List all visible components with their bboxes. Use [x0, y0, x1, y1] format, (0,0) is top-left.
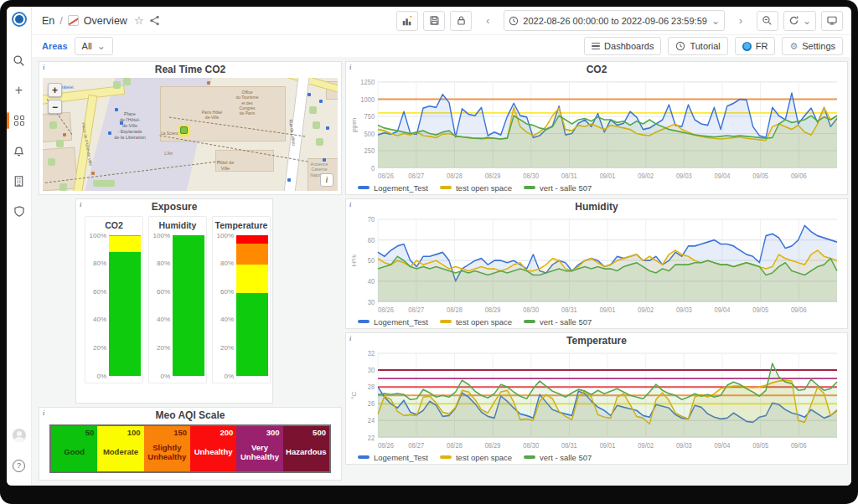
- aqi-cell-value: 200: [190, 426, 236, 437]
- svg-text:08/30: 08/30: [523, 172, 539, 180]
- svg-text:500: 500: [364, 130, 375, 138]
- gauge-segment: [236, 235, 268, 244]
- dashboards-grid-icon[interactable]: [10, 111, 28, 131]
- svg-text:09/05: 09/05: [752, 305, 768, 314]
- breadcrumb-separator: /: [59, 15, 62, 27]
- tutorial-button[interactable]: Tutorial: [668, 37, 727, 55]
- add-icon[interactable]: +: [10, 80, 28, 100]
- search-icon[interactable]: [10, 50, 28, 70]
- legend-series-name: Logement_Test: [374, 317, 428, 327]
- top-navbar: En / Overview ☆ ‹: [32, 7, 851, 35]
- humidity-chart-legend[interactable]: Logement_Testtest open spacevert - salle…: [346, 315, 847, 328]
- legend-item[interactable]: Logement_Test: [358, 183, 428, 193]
- legend-series-color: [524, 455, 535, 459]
- panel-temperature-chart: i Temperature 22242628303208/2608/2708/2…: [345, 332, 848, 465]
- svg-text:09/04: 09/04: [715, 172, 731, 180]
- help-icon[interactable]: ?: [10, 455, 28, 476]
- breadcrumb-page[interactable]: Overview: [84, 15, 127, 27]
- svg-text:08/26: 08/26: [378, 305, 394, 314]
- svg-text:32: 32: [368, 350, 375, 358]
- info-icon: i: [80, 200, 81, 208]
- panel-title[interactable]: Humidity: [346, 199, 847, 214]
- panel-info-corner[interactable]: [39, 62, 51, 74]
- chart-svg: 02505007501000125008/2608/2708/2808/2908…: [349, 77, 844, 181]
- legend-item[interactable]: test open space: [440, 453, 512, 462]
- language-globe-icon: [742, 42, 752, 51]
- legend-item[interactable]: Logement_Test: [358, 453, 428, 462]
- time-range-picker[interactable]: 2022-08-26 00:00:00 to 2022-09-06 23:59:…: [504, 10, 725, 31]
- refresh-button[interactable]: ⌄: [783, 11, 816, 31]
- user-avatar[interactable]: [10, 425, 28, 445]
- map-canvas[interactable]: Châtelet Place de l'Hôtel- de-Ville - Es…: [43, 78, 338, 191]
- lock-icon-button[interactable]: [450, 11, 472, 31]
- co2-chart-canvas[interactable]: 02505007501000125008/2608/2708/2808/2908…: [346, 77, 847, 181]
- zoom-out-time-button[interactable]: [757, 11, 778, 31]
- gauge-card: Humidity100%80%60%40%20%0%: [148, 216, 207, 383]
- panel-info-corner[interactable]: [39, 408, 51, 419]
- temperature-chart-legend[interactable]: Logement_Testtest open spacevert - salle…: [346, 450, 847, 464]
- map-attribution-button[interactable]: i: [320, 173, 333, 187]
- language-button[interactable]: FR: [735, 37, 776, 55]
- svg-text:09/03: 09/03: [676, 172, 692, 180]
- svg-text:1000: 1000: [360, 95, 375, 104]
- building-icon[interactable]: [10, 171, 28, 191]
- svg-text:08/29: 08/29: [485, 172, 501, 180]
- svg-text:70: 70: [368, 214, 375, 224]
- aqi-cell-label: Moderate: [97, 437, 143, 471]
- legend-item[interactable]: test open space: [440, 317, 512, 327]
- legend-item[interactable]: Logement_Test: [358, 317, 428, 327]
- panel-meo-aqi-scale: i Meo AQI Scale 50Good100Moderate150Slig…: [39, 407, 342, 481]
- map-zoom-out-button[interactable]: −: [48, 100, 62, 114]
- areas-variable-label[interactable]: Areas: [42, 41, 68, 51]
- breadcrumb-folder[interactable]: En: [42, 15, 54, 27]
- svg-text:09/01: 09/01: [600, 305, 616, 314]
- map-zoom-in-button[interactable]: +: [48, 83, 62, 97]
- panel-title[interactable]: Meo AQI Scale: [39, 408, 341, 423]
- alerts-bell-icon[interactable]: [10, 141, 28, 161]
- panel-title[interactable]: Temperature: [346, 333, 847, 348]
- shield-icon[interactable]: [10, 201, 28, 221]
- areas-value-dropdown[interactable]: All⌄: [75, 37, 113, 55]
- svg-text:08/29: 08/29: [485, 305, 501, 314]
- gauge-segment: [173, 235, 204, 376]
- dashboards-button[interactable]: Dashboards: [584, 37, 661, 55]
- panel-title[interactable]: Real Time CO2: [39, 62, 341, 77]
- gauge-segment: [236, 293, 268, 376]
- exposure-gauges: CO2100%80%60%40%20%0%Humidity100%80%60%4…: [76, 214, 272, 385]
- save-button[interactable]: [423, 11, 445, 31]
- legend-item[interactable]: vert - salle 507: [524, 183, 592, 193]
- time-shift-forward-button[interactable]: ›: [730, 11, 752, 31]
- temperature-chart-canvas[interactable]: 22242628303208/2608/2708/2808/2908/3008/…: [346, 348, 847, 450]
- panel-humidity-chart: i Humidity 304050607008/2608/2708/2808/2…: [345, 198, 848, 329]
- share-icon[interactable]: [149, 15, 160, 26]
- aqi-cell: 50Good: [51, 426, 97, 471]
- humidity-chart-canvas[interactable]: 304050607008/2608/2708/2808/2908/3008/31…: [346, 214, 847, 315]
- svg-text:H%: H%: [350, 254, 358, 266]
- legend-series-color: [358, 320, 370, 323]
- favorite-star-icon[interactable]: ☆: [134, 14, 144, 27]
- aqi-cell-value: 100: [97, 426, 143, 437]
- time-shift-back-button[interactable]: ‹: [477, 11, 499, 31]
- svg-text:09/06: 09/06: [791, 172, 807, 180]
- add-panel-button[interactable]: [396, 11, 418, 31]
- svg-text:30: 30: [368, 297, 375, 306]
- kiosk-monitor-button[interactable]: [821, 11, 843, 31]
- legend-item[interactable]: vert - salle 507: [524, 317, 592, 327]
- svg-text:24: 24: [368, 417, 375, 425]
- settings-button[interactable]: ⚙ Settings: [782, 37, 843, 55]
- dashboard-content: i Real Time CO2: [32, 57, 851, 486]
- map-sensor-marker[interactable]: [178, 125, 190, 136]
- aqi-cell: 500Hazardous: [283, 426, 329, 471]
- panel-real-time-co2: i Real Time CO2: [39, 61, 342, 195]
- gauge-segment: [109, 236, 141, 251]
- panel-title[interactable]: Exposure: [76, 199, 272, 214]
- legend-item[interactable]: test open space: [440, 183, 512, 193]
- co2-chart-legend[interactable]: Logement_Testtest open spacevert - salle…: [346, 181, 847, 194]
- legend-item[interactable]: vert - salle 507: [524, 453, 592, 462]
- panel-title[interactable]: CO2: [346, 62, 847, 77]
- svg-text:09/02: 09/02: [638, 305, 654, 314]
- svg-text:08/27: 08/27: [408, 305, 424, 314]
- legend-series-name: test open space: [456, 317, 512, 327]
- gauge-card: CO2100%80%60%40%20%0%: [85, 216, 143, 383]
- app-logo-icon[interactable]: [12, 12, 27, 27]
